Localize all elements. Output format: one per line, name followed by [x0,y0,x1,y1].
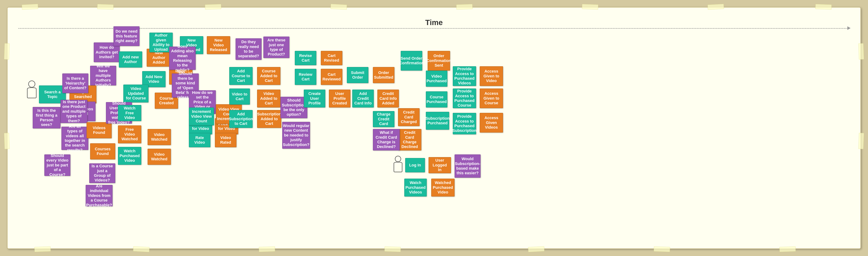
sticky-access-given-course: Access Given to Course [480,88,503,108]
sticky-first-thing: Is this the first thing a Person sees? [33,107,61,129]
tape-bot-2 [133,246,149,252]
person-icon-left [24,79,40,101]
tape-top-7 [708,4,724,10]
sticky-log-in: Log In [405,158,425,172]
sticky-should-every-video: Should every Video just be part of a Cou… [44,154,70,176]
timeline-label: Time [425,18,443,27]
sticky-provide-access-sub: Provide Access to Purchased Subscription [453,113,476,134]
sticky-watch-purchased-video: Watch Purchased Video [118,147,141,165]
sticky-multiple-authors: Will we have multiple Authors initially? [90,66,116,85]
sticky-watch-free-video: Watch Free Video [118,105,141,121]
sticky-video-to-cart: Video to Cart [229,88,250,105]
tape-right-1 [858,43,864,60]
sticky-revise-cart: Revise Cart [295,51,316,65]
tape-top-5 [456,4,473,9]
main-board: Time How do Authors get invited? Will we… [7,7,861,249]
sticky-order-confirm-sent: Order Confirmation Sent [428,51,450,71]
sticky-sub-added-cart: Subscription Added to Cart [257,110,281,128]
sticky-video-watched-1: Video Watched [148,129,171,145]
sticky-create-user-profile: Create User Profile [304,89,325,108]
sticky-one-type-product: Are these just one type of Product? [264,37,289,58]
timeline-line [18,28,850,29]
tape-top-left [22,4,38,10]
sticky-add-credit-card: Add Credit Card Info [352,89,374,108]
sticky-rate-video: Rate Video [189,133,210,147]
sticky-do-they-need-separated: Do they really need to be separated? [236,38,261,60]
sticky-all-types: Are all types of videos all together in … [61,127,88,150]
sticky-course-purchased: Course Purchased [426,92,447,108]
svg-point-1 [395,156,401,162]
sticky-add-sub-cart: Add Subscription to Cart [229,110,253,128]
sticky-watched-purchased-video: Watched Purchased Video [431,179,455,196]
tape-bot-7 [779,246,796,252]
sticky-sub-only-option: Should Subscription be the only option? [280,97,307,118]
sticky-provide-access-course: Provide Access to Purchased Course [453,88,476,108]
sticky-access-given-videos: Access Given Videos [480,113,503,133]
tape-top-8 [815,4,832,9]
sticky-submit-order: Submit Order [347,67,368,83]
sticky-increment-view-count: Increment Video View Count [189,108,214,125]
sticky-send-order-confirm: Send Order Confirmation [401,51,422,71]
sticky-video-purchased: Video Purchased [426,71,447,87]
tape-top-6 [582,4,598,9]
sticky-is-course-group: Is a Course just a Group of Videos? [89,163,115,183]
tape-left-1 [4,43,9,60]
sticky-need-feature: Do we need this feature right away? [114,26,140,46]
sticky-access-given-video: Access Given to Video [480,66,503,86]
tape-top-2 [97,4,114,9]
tape-top-4 [331,4,347,10]
tape-bot-1 [34,246,51,252]
sticky-credit-card-added: Credit Card Info Added [377,89,399,108]
sticky-regular-content: Would regular new Content be needed to j… [282,122,310,149]
svg-point-0 [29,81,35,87]
sticky-video-updated: Video Updated for Course [123,84,149,103]
sticky-user-profile-created: User Profile Created [329,89,350,108]
sticky-free-video-watched: Free Video Watched [118,125,141,143]
sticky-review-cart: Review Cart [295,69,316,85]
sticky-course-added-cart: Course Added to Cart [257,67,280,85]
tape-bot-4 [384,246,401,252]
sticky-order-submitted: Order Submitted [373,67,395,83]
tape-bot-5 [528,246,544,252]
sticky-new-video-released-orange: New Video Released [207,36,230,54]
sticky-individual-videos: Are individual Videos from a Course Purc… [86,185,113,206]
timeline-arrow [847,26,850,30]
sticky-provide-access-videos: Provide Access to Purchased Videos [453,66,476,86]
sticky-cart-reviewed: Cart Reviewed [321,69,342,85]
sticky-video-rated: Video Rated [215,133,237,147]
sticky-watch-purchased-videos: Watch Purchased Videos [404,179,427,196]
tape-bot-3 [259,246,275,252]
sticky-video-added-cart: Video Added to Cart [257,89,280,108]
sticky-credit-card-declined: Credit Card Charge Declined [398,129,421,150]
sticky-does-adding-mean: Does Adding also mean Releasing to the p… [169,46,196,70]
sticky-video-watched-2: Video Watched [148,149,171,165]
sticky-would-sub-easier: Would Subscription-based make this easie… [455,154,480,178]
sticky-what-if-declined: What if Credit Card Charge is Declined? [373,129,400,150]
sticky-charge-credit-card: Charge Credit Card [373,111,395,127]
person-icon-right [391,154,405,174]
tape-left-2 [4,133,9,149]
sticky-courses-found: Courses Found [90,143,115,159]
sticky-credit-card-charged: Credit Card Charged [398,108,420,126]
sticky-cart-revised: Cart Revised [321,51,342,65]
tape-top-3 [205,4,221,9]
sticky-add-new-author: Add new Author [119,51,142,68]
tape-bot-6 [654,246,670,252]
sticky-add-course-cart: Add Course to Cart [229,67,253,85]
sticky-sub-purchased: Subscription Purchased [426,112,449,130]
sticky-one-product: Is there just one Product and multiple t… [61,100,87,123]
sticky-user-logged-in: User Logged In [429,157,451,173]
tape-right-2 [858,133,864,149]
sticky-heirarchy: Is there a 'Heirarchy' of Content? [62,73,88,93]
